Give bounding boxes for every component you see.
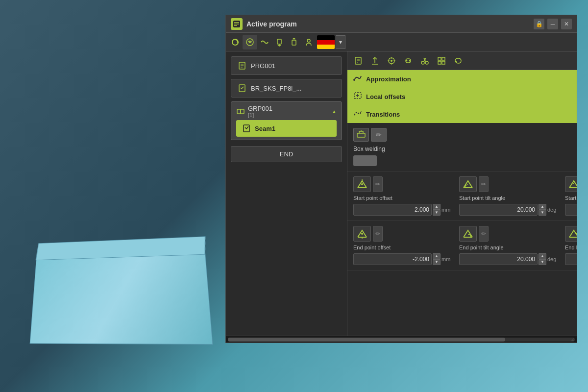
start-tilt-label: Start point tilt angle: [459, 195, 559, 201]
toolbar-flag-icon[interactable]: [317, 35, 335, 49]
transitions-header[interactable]: Transitions: [347, 105, 577, 123]
end-length-input[interactable]: [565, 253, 577, 265]
br-icon: [237, 83, 247, 93]
end-tilt-label: End point tilt angle: [459, 245, 559, 250]
start-tilt-up[interactable]: ▲: [539, 204, 546, 210]
svg-rect-32: [438, 61, 441, 64]
title-controls: 🔒 ─ ✕: [534, 19, 572, 29]
resize-handle[interactable]: ⊿: [571, 337, 576, 342]
end-offset-label: End point offset: [353, 245, 453, 250]
prg-label: PRG001: [251, 62, 275, 70]
lock-button[interactable]: 🔒: [534, 19, 544, 29]
start-point-offset-group: ✏ Start point offset ▲ ▼ mm: [353, 176, 453, 216]
start-tilt-icon[interactable]: [459, 176, 477, 192]
local-offsets-label: Local offsets: [366, 93, 405, 100]
svg-point-46: [361, 233, 363, 235]
end-offset-down[interactable]: ▼: [433, 259, 441, 265]
grp-label: GRP001: [248, 105, 272, 112]
rt-doc-icon[interactable]: [350, 53, 366, 69]
right-toolbar: [347, 51, 577, 70]
box-welding-icons: ✏: [353, 128, 571, 142]
end-offset-icon[interactable]: [353, 226, 371, 242]
end-item[interactable]: END: [231, 146, 342, 162]
rt-target-icon[interactable]: [384, 53, 399, 69]
toolbar-dropdown[interactable]: ▾: [336, 35, 345, 49]
start-length-icon[interactable]: [565, 176, 577, 192]
prg-item[interactable]: PRG001: [231, 56, 342, 75]
end-offset-pencil[interactable]: ✏: [373, 226, 383, 242]
start-tilt-unit: deg: [547, 207, 559, 213]
end-tilt-input[interactable]: [459, 253, 538, 265]
toolbar-down-icon[interactable]: [272, 35, 287, 49]
end-offset-input-row: ▲ ▼ mm: [353, 253, 453, 265]
start-tilt-input-row: ▲ ▼ deg: [459, 204, 559, 216]
start-tilt-stepper: ▲ ▼: [539, 204, 546, 216]
scrollbar-track[interactable]: [228, 338, 575, 342]
toolbar-refresh-icon[interactable]: [228, 35, 243, 49]
start-offset-input[interactable]: [353, 204, 432, 216]
start-offset-input-row: ▲ ▼ mm: [353, 204, 453, 216]
rt-scissors-icon[interactable]: [417, 53, 433, 69]
start-tilt-input[interactable]: [459, 204, 538, 216]
end-tilt-down[interactable]: ▼: [539, 259, 546, 265]
end-tilt-icon[interactable]: [459, 226, 477, 242]
end-offset-input[interactable]: [353, 253, 432, 265]
toolbar-wave-icon[interactable]: [257, 35, 272, 49]
svg-point-27: [409, 60, 411, 61]
bw-main-icon[interactable]: [353, 128, 369, 142]
box-welding-label: Box welding: [353, 146, 571, 152]
toolbar-person-icon[interactable]: [301, 35, 316, 49]
left-panel: PRG001 BR_SKS_FP8i_...: [226, 51, 347, 336]
rt-loop-icon[interactable]: [450, 53, 466, 69]
rt-chain-icon[interactable]: [400, 53, 416, 69]
seam-label: Seam1: [255, 125, 275, 132]
local-offsets-icon: [353, 92, 362, 101]
start-offset-up[interactable]: ▲: [433, 204, 441, 210]
svg-rect-14: [241, 109, 244, 114]
start-offset-down[interactable]: ▼: [433, 210, 441, 216]
start-length-input[interactable]: [565, 204, 577, 216]
svg-rect-6: [292, 40, 296, 45]
start-tilt-pencil[interactable]: ✏: [479, 176, 489, 192]
close-button[interactable]: ✕: [561, 19, 572, 29]
end-tilt-up[interactable]: ▲: [539, 253, 546, 259]
window-title: Active program: [246, 20, 534, 28]
rt-grid-icon[interactable]: [434, 53, 449, 69]
br-label: BR_SKS_FP8i_...: [251, 85, 301, 92]
bw-pencil-icon[interactable]: ✏: [371, 128, 387, 142]
start-length-group: ✏ Start length ▲ ▼ mm: [565, 176, 577, 216]
approximation-label: Approximation: [366, 75, 411, 83]
end-tilt-stepper: ▲ ▼: [539, 253, 546, 265]
start-length-label: Start length: [565, 195, 577, 201]
svg-rect-30: [438, 57, 441, 60]
start-tilt-down[interactable]: ▼: [539, 210, 546, 216]
br-item[interactable]: BR_SKS_FP8i_...: [231, 79, 342, 98]
rt-upload-icon[interactable]: [367, 53, 383, 69]
svg-point-40: [361, 183, 363, 185]
toolbar-star-icon[interactable]: [243, 35, 257, 49]
start-offset-icon[interactable]: [353, 176, 371, 192]
approximation-header[interactable]: Approximation: [347, 70, 577, 88]
start-params-grid: ✏ Start point offset ▲ ▼ mm: [347, 172, 577, 221]
start-offset-pencil[interactable]: ✏: [373, 176, 383, 192]
start-tilt-angle-group: ✏ Start point tilt angle ▲ ▼ deg: [459, 176, 559, 216]
box-welding-section: ✏ Box welding: [347, 123, 577, 172]
svg-point-21: [391, 60, 392, 62]
end-offset-unit: mm: [441, 256, 453, 262]
end-length-icon[interactable]: [565, 226, 577, 242]
box-welding-toggle[interactable]: [353, 155, 377, 166]
seam-item[interactable]: Seam1: [236, 120, 337, 137]
local-offsets-header[interactable]: Local offsets: [347, 88, 577, 105]
end-offset-up[interactable]: ▲: [433, 253, 441, 259]
content-area: PRG001 BR_SKS_FP8i_...: [226, 51, 577, 336]
end-tilt-pencil[interactable]: ✏: [479, 226, 489, 242]
grp-item[interactable]: GRP001 [1] ▲ Seam1: [231, 101, 342, 140]
grp-sub: [1]: [248, 112, 272, 118]
toolbar-up-icon[interactable]: [287, 35, 301, 49]
svg-rect-37: [357, 133, 365, 137]
minimize-button[interactable]: ─: [547, 19, 558, 29]
main-window: Active program 🔒 ─ ✕: [225, 15, 577, 343]
end-length-input-row: ▲ ▼ mm: [565, 253, 577, 265]
svg-rect-5: [277, 39, 281, 44]
end-point-offset-group: ✏ End point offset ▲ ▼ mm: [353, 226, 453, 265]
